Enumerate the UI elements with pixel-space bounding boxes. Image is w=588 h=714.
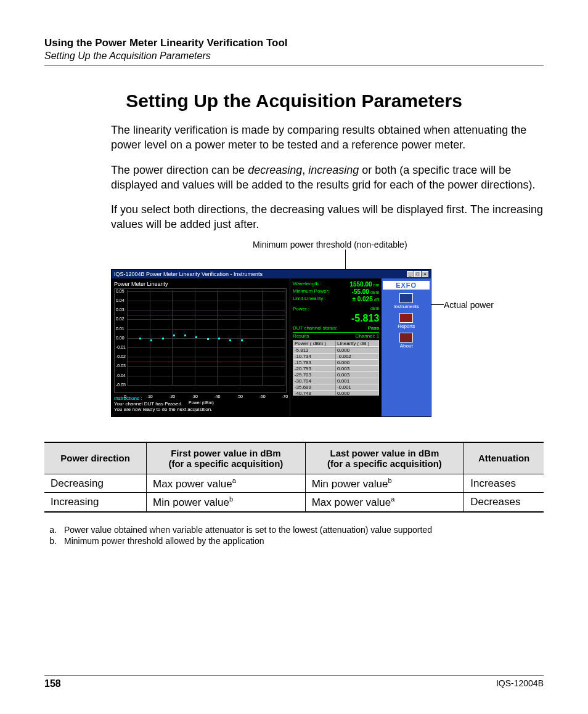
dut-status-row: DUT channel status:Pass [293,325,379,331]
label: Instruments [393,304,419,309]
instructions-text: You are now ready to do the next acquisi… [114,407,287,412]
footnotes: a.Power value obtained when variable att… [44,525,544,546]
paragraph-1: The linearity verification is made by co… [44,123,544,153]
text-span: , [302,164,308,176]
callout-min-power-threshold: Minimum power threshold (non-editable) [253,240,407,249]
cell-first-value: Max power valuea [147,474,306,493]
instruments-icon [399,293,413,303]
brand-logo: EXFO [383,281,430,290]
footnote-text: Power value obtained when variable atten… [64,525,432,535]
figure-area: Minimum power threshold (non-editable) A… [111,251,544,423]
label: Minimum Power: [293,288,330,295]
power-direction-table: Power direction First power value in dBm… [44,442,544,513]
section-title: Setting Up the Acquisition Parameters [44,51,544,66]
callout-leader-line [345,249,346,270]
footnote-b: b.Minimum power threshold allowed by the… [44,536,544,546]
power-row: Power :dBm [293,306,379,312]
doc-id: IQS-12004B [496,678,544,689]
th-attenuation: Attenuation [464,442,544,474]
cell-last-value: Max power valuea [305,493,464,512]
emphasis-decreasing: decreasing [248,164,302,176]
paragraph-2: The power direction can be decreasing, i… [44,163,544,193]
label: About [400,343,413,349]
table-row: IncreasingMin power valuebMax power valu… [44,493,544,512]
info-pane: Wavelength :1550.00nm Minimum Power:-55.… [290,278,382,416]
unit: nm [374,283,380,287]
footnote-a: a.Power value obtained when variable att… [44,525,544,535]
page-title: Setting Up the Acquisition Parameters [44,91,544,112]
body-text: The linearity verification is made by co… [44,123,544,232]
unit: dB [374,298,380,302]
chapter-title: Using the Power Meter Linearity Verifica… [44,37,544,49]
unit: dBm [370,306,379,312]
min-power-row: Minimum Power:-55.00dBm [293,288,379,295]
label: Limit Linearity : [293,296,326,302]
results-header: ResultsChannel: 1 [293,332,379,339]
cell-last-value: Min power valueb [305,474,464,493]
limit-row: Limit Linearity :± 0.025dB [293,296,379,302]
maximize-icon[interactable]: □ [414,271,421,277]
cell-first-value: Min power valueb [147,493,306,512]
table-row: DecreasingMax power valueaMin power valu… [44,474,544,493]
screenshot-app-window: IQS-12004B Power Meter Linearity Verific… [111,269,431,417]
th-power-direction: Power direction [44,442,147,474]
label: Results [293,333,309,339]
close-icon[interactable]: × [422,271,428,277]
label: Reports [398,323,415,329]
paragraph-3: If you select both directions, the decre… [44,202,544,232]
nav-reports[interactable]: Reports [383,313,430,329]
cell-direction: Increasing [44,493,147,512]
nav-instruments[interactable]: Instruments [383,293,430,309]
label: DUT channel status: [293,325,337,331]
footnote-marker: b. [44,536,57,546]
minimize-icon[interactable]: _ [407,271,414,277]
footnote-text: Minimum power threshold allowed by the a… [64,536,264,546]
about-icon [399,333,413,343]
th-last-value: Last power value in dBm (for a specific … [305,442,464,474]
value: -55.00 [352,288,369,295]
running-header: Using the Power Meter Linearity Verifica… [44,37,544,66]
label: Wavelength : [293,281,321,288]
callout-actual-power: Actual power [444,300,494,310]
cell-attenuation: Decreases [464,493,544,512]
unit: dBm [370,290,379,294]
page-footer: 158 IQS-12004B [44,675,544,689]
emphasis-increasing: increasing [308,164,359,176]
nav-about[interactable]: About [383,333,430,349]
label: Power : [293,306,309,312]
chart-plot: 0.050.040.030.020.010.00-0.01-0.02-0.03-… [114,288,287,393]
window-titlebar: IQS-12004B Power Meter Linearity Verific… [112,270,431,278]
th-first-value: First power value in dBm (for a specific… [147,442,306,474]
cell-attenuation: Increases [464,474,544,493]
cell-direction: Decreasing [44,474,147,493]
status-value: Pass [368,325,380,331]
value: 1550.00 [349,281,372,288]
chart-title: Power Meter Linearity [114,281,287,287]
channel-label: Channel: 1 [356,333,380,339]
wavelength-row: Wavelength :1550.00nm [293,281,379,288]
side-nav: EXFO Instruments Reports About [382,278,431,416]
chart-pane: Power Meter Linearity 0.050.040.030.020.… [112,278,290,416]
results-grid[interactable]: Power ( dBm )Linearity ( dB )-5.8130.000… [293,340,379,396]
footnote-marker: a. [44,525,57,535]
text-span: The power direction can be [111,164,248,176]
window-title: IQS-12004B Power Meter Linearity Verific… [114,271,263,277]
reports-icon [399,313,413,323]
table-header-row: Power direction First power value in dBm… [44,442,544,474]
page-number: 158 [44,678,61,689]
actual-power-value: -5.813 [293,313,379,324]
window-buttons: _ □ × [407,271,428,277]
value: ± 0.025 [352,296,372,302]
